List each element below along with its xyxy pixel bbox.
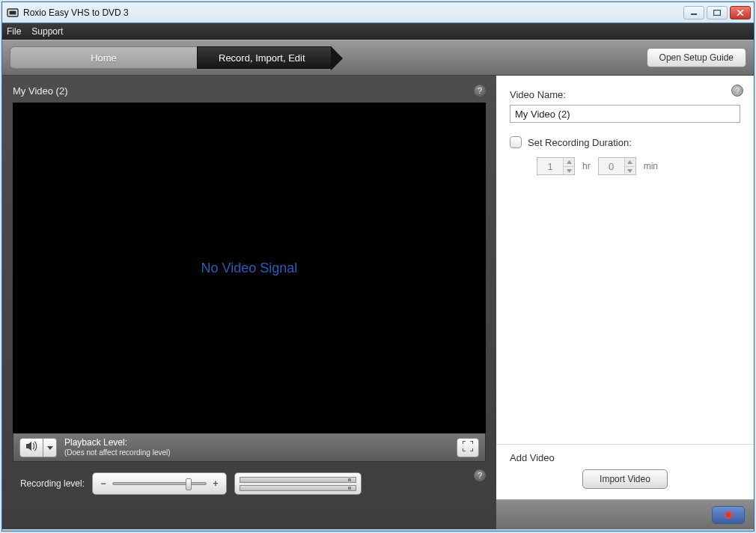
set-recording-duration-checkbox[interactable] — [510, 136, 522, 148]
add-video-section: Add Video Import Video — [496, 444, 754, 499]
app-window: Roxio Easy VHS to DVD 3 File Support Hom… — [1, 1, 755, 532]
import-video-button[interactable]: Import Video — [582, 469, 668, 489]
speaker-button[interactable] — [19, 438, 43, 457]
main: My Video (2) ? No Video Signal — [2, 76, 754, 529]
maximize-button[interactable] — [707, 6, 728, 19]
level-meters — [234, 472, 362, 495]
bottom-edge — [2, 529, 754, 531]
menu-support[interactable]: Support — [31, 26, 63, 37]
hours-unit: hr — [582, 161, 591, 171]
app-icon — [7, 7, 19, 19]
slider-thumb[interactable] — [186, 478, 192, 490]
svg-rect-3 — [714, 10, 721, 15]
speaker-icon — [25, 441, 37, 454]
chevron-down-icon — [47, 442, 53, 453]
footer — [496, 499, 754, 529]
minutes-value[interactable] — [599, 161, 624, 172]
open-setup-guide-label: Open Setup Guide — [659, 52, 734, 63]
menubar: File Support — [2, 23, 754, 40]
level-meter-left — [240, 477, 356, 483]
tabs: Home Record, Import, Edit — [10, 40, 332, 75]
record-icon — [725, 511, 732, 519]
window-title: Roxio Easy VHS to DVD 3 — [23, 7, 683, 18]
playback-level-sub: (Does not affect recording level) — [64, 448, 171, 457]
add-video-label: Add Video — [510, 452, 740, 463]
video-title: My Video (2) — [13, 85, 67, 97]
minutes-unit: min — [644, 161, 658, 171]
open-setup-guide-button[interactable]: Open Setup Guide — [647, 48, 746, 67]
hours-down[interactable] — [564, 166, 574, 174]
toolbar: Home Record, Import, Edit Open Setup Gui… — [2, 40, 754, 76]
minutes-up[interactable] — [625, 158, 635, 166]
tab-home-label: Home — [91, 52, 117, 64]
help-icon[interactable]: ? — [474, 469, 486, 481]
minutes-down[interactable] — [625, 166, 635, 174]
svg-rect-1 — [10, 10, 16, 14]
fullscreen-icon — [463, 441, 473, 454]
menu-file[interactable]: File — [7, 26, 21, 37]
record-button[interactable] — [712, 506, 745, 524]
playback-level-title: Playback Level: — [64, 438, 171, 448]
help-icon[interactable]: ? — [474, 85, 486, 97]
video-header: My Video (2) ? — [13, 83, 486, 98]
left-pane: My Video (2) ? No Video Signal — [2, 76, 496, 529]
set-recording-duration-label: Set Recording Duration: — [528, 137, 632, 148]
video-name-input[interactable] — [510, 105, 740, 123]
hours-stepper[interactable] — [537, 157, 575, 175]
level-meter-right — [240, 485, 356, 491]
hours-value[interactable] — [537, 161, 563, 172]
recording-level-row: Recording level: − + ? — [13, 472, 486, 495]
playback-bar: Playback Level: (Does not affect recordi… — [13, 433, 486, 462]
close-button[interactable] — [730, 6, 751, 19]
set-recording-duration-row: Set Recording Duration: — [510, 136, 740, 148]
fullscreen-button[interactable] — [457, 438, 479, 457]
plus-icon[interactable]: + — [211, 479, 220, 488]
tab-record-label: Record, Import, Edit — [219, 52, 305, 64]
recording-level-label: Recording level: — [10, 478, 85, 489]
titlebar: Roxio Easy VHS to DVD 3 — [2, 2, 754, 23]
video-name-label: Video Name: — [510, 89, 740, 100]
hours-up[interactable] — [564, 158, 574, 166]
no-video-signal-text: No Video Signal — [201, 261, 298, 276]
minus-icon[interactable]: − — [99, 479, 108, 488]
minutes-stepper[interactable] — [598, 157, 636, 175]
recording-level-slider[interactable]: − + — [92, 472, 227, 495]
slider-track[interactable] — [112, 482, 207, 485]
import-video-label: Import Video — [600, 474, 650, 484]
playback-level-label: Playback Level: (Does not affect recordi… — [64, 438, 171, 456]
speaker-dropdown-button[interactable] — [43, 438, 57, 457]
duration-row: hr min — [537, 157, 740, 175]
right-inner: Video Name: Set Recording Duration: hr — [496, 76, 754, 444]
tab-home[interactable]: Home — [10, 46, 197, 69]
svg-rect-2 — [691, 13, 697, 15]
minimize-button[interactable] — [683, 6, 704, 19]
tab-record-import-edit[interactable]: Record, Import, Edit — [197, 46, 332, 69]
right-pane: ? Video Name: Set Recording Duration: — [496, 76, 754, 529]
video-preview: No Video Signal — [13, 103, 486, 433]
